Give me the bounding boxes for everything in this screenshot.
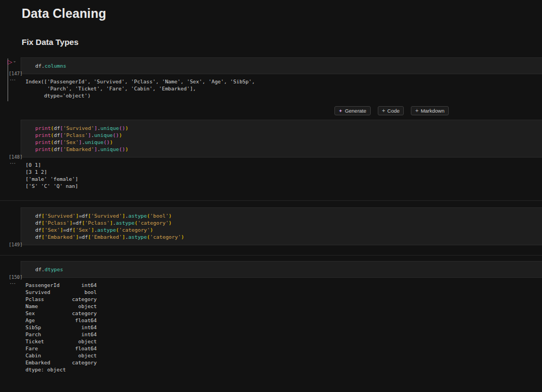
code-line: print(df['Survived'].unique())	[35, 125, 538, 132]
output-gutter: ⋯	[0, 159, 21, 193]
code-line: df.columns	[35, 62, 538, 69]
code-line: df['Pclass']=df['Pclass'].astype('catego…	[35, 219, 538, 226]
output-menu-icon[interactable]: ⋯	[10, 160, 16, 167]
plus-icon: +	[382, 108, 385, 114]
output-menu-icon[interactable]: ⋯	[10, 280, 16, 287]
notebook: Data Cleaning Fix Data Types ▷ ⌄ [147] d…	[0, 6, 542, 376]
add-markdown-button[interactable]: + Markdown	[411, 106, 449, 115]
code-line: df.dtypes	[35, 266, 538, 273]
cell-insert-toolbar: ✦ Generate + Code + Markdown	[0, 106, 542, 115]
cell-gutter: [148]	[0, 120, 21, 158]
section-title: Fix Data Types	[22, 37, 542, 47]
output-gutter: ⋯	[0, 279, 21, 376]
cell-output-4: PassengerId int64 Survived bool Pclass c…	[21, 279, 97, 376]
run-icon: ▷	[8, 59, 12, 65]
generate-button[interactable]: ✦ Generate	[334, 106, 371, 115]
output-row-2: ⋯ [0 1] [3 1 2] ['male' 'female'] ['S' '…	[0, 159, 542, 193]
cell-group-1: ▷ ⌄ [147] df.columns ⋯ Index(['Passenger…	[0, 57, 542, 102]
cell-group-3: [149] df['Survived']=df['Survived'].asty…	[0, 207, 542, 256]
output-gutter: ⋯	[0, 75, 21, 102]
output-row-1: ⋯ Index(['PassengerId', 'Survived', 'Pcl…	[0, 75, 542, 102]
code-line: df['Survived']=df['Survived'].astype('bo…	[35, 212, 538, 219]
output-row-4: ⋯ PassengerId int64 Survived bool Pclass…	[0, 279, 542, 376]
add-markdown-label: Markdown	[421, 108, 444, 114]
cell-group-4: [150] df.dtypes ⋯ PassengerId int64 Surv…	[0, 261, 542, 376]
code-cell-2: [148] print(df['Survived'].unique())prin…	[0, 120, 542, 158]
code-editor-4[interactable]: df.dtypes	[21, 261, 542, 278]
add-code-label: Code	[388, 108, 400, 114]
plus-icon: +	[415, 108, 418, 114]
sparkle-icon: ✦	[339, 108, 343, 114]
execution-count: [149]	[9, 242, 23, 247]
code-editor-1[interactable]: df.columns	[21, 57, 542, 74]
code-line: print(df['Pclass'].unique())	[35, 132, 538, 139]
chevron-down-icon: ⌄	[12, 59, 16, 63]
code-editor-3[interactable]: df['Survived']=df['Survived'].astype('bo…	[21, 207, 542, 245]
run-cell-button[interactable]: ▷ ⌄	[8, 59, 16, 65]
code-line: df['Embarked']=df['Embarked'].astype('ca…	[35, 233, 538, 240]
page-title: Data Cleaning	[22, 6, 542, 21]
code-line: df['Sex']=df['Sex'].astype('category')	[35, 226, 538, 233]
code-cell-3: [149] df['Survived']=df['Survived'].asty…	[0, 207, 542, 245]
cell-output-2: [0 1] [3 1 2] ['male' 'female'] ['S' 'C'…	[21, 159, 78, 193]
code-editor-2[interactable]: print(df['Survived'].unique())print(df['…	[21, 120, 542, 158]
code-cell-1: ▷ ⌄ [147] df.columns	[0, 57, 542, 74]
code-line: print(df['Embarked'].unique())	[35, 146, 538, 153]
cell-gutter: ▷ ⌄ [147]	[0, 57, 21, 74]
generate-label: Generate	[345, 108, 366, 114]
cell-output-1: Index(['PassengerId', 'Survived', 'Pclas…	[21, 75, 255, 102]
code-cell-4: [150] df.dtypes	[0, 261, 542, 278]
cell-group-2: [148] print(df['Survived'].unique())prin…	[0, 120, 542, 201]
cell-gutter: [150]	[0, 261, 21, 278]
cell-gutter: [149]	[0, 207, 21, 245]
add-code-button[interactable]: + Code	[378, 106, 404, 115]
output-menu-icon[interactable]: ⋯	[10, 76, 16, 83]
code-line: print(df['Sex'].unique())	[35, 139, 538, 146]
